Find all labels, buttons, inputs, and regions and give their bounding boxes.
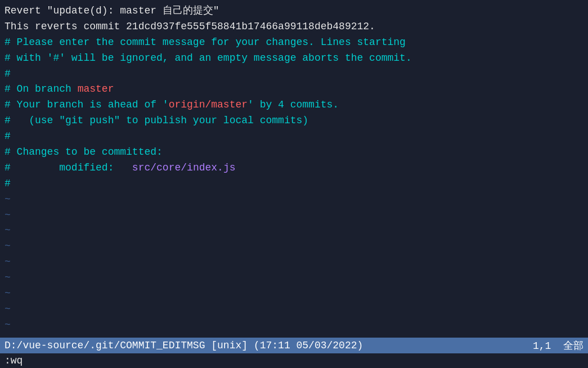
editor-line: # Your branch is ahead of 'origin/master…	[5, 97, 583, 113]
terminal: Revert "update(d): master 自己的提交"This rev…	[0, 0, 588, 368]
line-text: # Your branch is ahead of '	[5, 97, 169, 113]
editor-line: ~	[5, 208, 583, 223]
line-text: # with '#' will be ignored, and an empty…	[5, 51, 412, 66]
line-text: #	[5, 129, 11, 145]
editor-line: ~	[5, 286, 583, 302]
editor-line: # On branch master	[5, 82, 583, 97]
line-text: # Please enter the commit message for yo…	[5, 35, 406, 51]
status-bar: D:/vue-source/.git/COMMIT_EDITMSG [unix]…	[0, 338, 588, 353]
editor-line: #	[5, 66, 583, 82]
editor-line: ~	[5, 192, 583, 208]
line-text: ~	[5, 208, 11, 223]
line-text: # modified:	[5, 160, 132, 176]
editor-line: # Changes to be committed:	[5, 145, 583, 160]
editor-line: Revert "update(d): master 自己的提交"	[5, 3, 583, 19]
line-text: "	[213, 3, 219, 19]
line-text: ~	[5, 286, 11, 302]
editor-line: ~	[5, 317, 583, 333]
editor-line: # modified: src/core/index.js	[5, 160, 583, 176]
editor-area: Revert "update(d): master 自己的提交"This rev…	[0, 0, 588, 338]
line-text: origin/master	[169, 97, 248, 113]
editor-line: #	[5, 129, 583, 145]
editor-line: # (use "git push" to publish your local …	[5, 113, 583, 129]
editor-line: ~	[5, 270, 583, 286]
editor-line: ~	[5, 254, 583, 270]
line-text: #	[5, 176, 11, 192]
editor-line: ~	[5, 223, 583, 239]
line-text: src/core/index.js	[132, 160, 236, 176]
line-text: This reverts commit 21dcd937fe555f58841b…	[5, 19, 375, 35]
line-text: ~	[5, 270, 11, 286]
editor-line: ~	[5, 302, 583, 317]
line-text: ~	[5, 302, 11, 317]
line-text: # Changes to be committed:	[5, 145, 163, 160]
line-text: ~	[5, 223, 11, 239]
line-text: ~	[5, 239, 11, 254]
status-bar-left: D:/vue-source/.git/COMMIT_EDITMSG [unix]…	[5, 340, 533, 351]
command-line: :wq	[0, 353, 588, 368]
editor-line: # Please enter the commit message for yo…	[5, 35, 583, 51]
line-text: master	[78, 82, 114, 97]
line-text: # (use "git push" to publish your local …	[5, 113, 308, 129]
line-text: # On branch	[5, 82, 78, 97]
editor-line: ~	[5, 239, 583, 254]
line-text: ~	[5, 254, 11, 270]
editor-line: This reverts commit 21dcd937fe555f58841b…	[5, 19, 583, 35]
editor-line: # with '#' will be ignored, and an empty…	[5, 51, 583, 66]
line-text: Revert "update(d): master	[5, 3, 163, 19]
line-text: ~	[5, 317, 11, 333]
line-text: ~	[5, 192, 11, 208]
line-text: #	[5, 66, 11, 82]
status-bar-right: 1,1 全部	[533, 339, 583, 352]
line-text: ' by 4 commits.	[248, 97, 339, 113]
line-text: 自己的提交	[163, 3, 213, 19]
editor-line: #	[5, 176, 583, 192]
